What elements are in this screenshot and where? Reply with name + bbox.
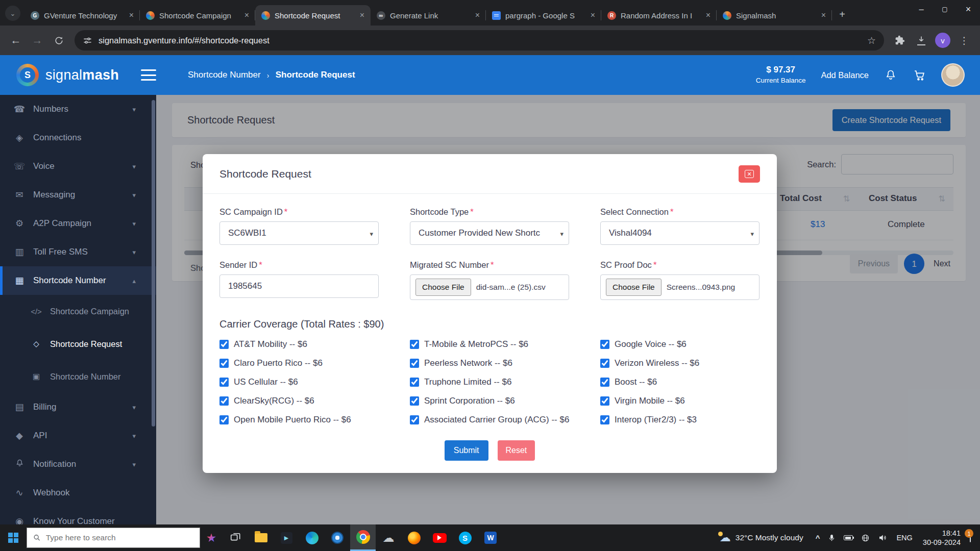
extensions-button[interactable] bbox=[890, 31, 910, 50]
carrier-checkbox[interactable] bbox=[219, 359, 229, 368]
carrier-checkbox[interactable] bbox=[410, 359, 419, 368]
tab-random-address[interactable]: R Random Address In I × bbox=[601, 5, 717, 26]
site-info-icon[interactable] bbox=[83, 36, 92, 45]
carrier-checkbox[interactable] bbox=[219, 378, 229, 387]
tab-close-icon[interactable]: × bbox=[474, 11, 481, 20]
notifications-button[interactable] bbox=[884, 68, 897, 82]
sidebar-item-shortcode-number[interactable]: ▦ Shortcode Number ▴ bbox=[0, 266, 156, 295]
lens-app-button[interactable] bbox=[325, 524, 350, 551]
cart-button[interactable] bbox=[913, 68, 926, 82]
tab-google-search[interactable]: pargraph - Google S × bbox=[486, 5, 601, 26]
carrier-checkbox-item[interactable]: Verizon Wireless -- $6 bbox=[600, 358, 760, 368]
taskbar-clock[interactable]: 18:41 30-09-2024 bbox=[918, 529, 966, 547]
volume-tray-icon[interactable] bbox=[874, 524, 891, 551]
url-text[interactable]: signalmash.gventure.info/#/shortcode-req… bbox=[99, 36, 861, 45]
new-tab-button[interactable]: + bbox=[834, 6, 850, 22]
add-balance-button[interactable]: Add Balance bbox=[821, 70, 869, 80]
file-explorer-button[interactable] bbox=[248, 524, 274, 551]
breadcrumb-parent[interactable]: Shortcode Number bbox=[188, 70, 261, 80]
carrier-checkbox[interactable] bbox=[410, 340, 419, 349]
word-button[interactable]: W bbox=[478, 524, 503, 551]
tab-signalmash[interactable]: Signalmash × bbox=[717, 5, 832, 26]
tray-overflow-button[interactable]: ^ bbox=[812, 524, 824, 551]
tab-close-icon[interactable]: × bbox=[359, 11, 365, 20]
window-minimize-button[interactable]: ─ bbox=[910, 0, 933, 18]
carrier-checkbox-item[interactable]: Peerless Network -- $6 bbox=[410, 358, 569, 368]
carrier-checkbox-item[interactable]: Google Voice -- $6 bbox=[600, 339, 760, 349]
address-bar[interactable]: signalmash.gventure.info/#/shortcode-req… bbox=[75, 30, 884, 51]
language-indicator[interactable]: ENG bbox=[891, 534, 917, 542]
choose-file-button[interactable]: Choose File bbox=[415, 279, 471, 296]
chrome-button-active[interactable] bbox=[350, 524, 376, 551]
carrier-checkbox-item[interactable]: Claro Puerto Rico -- $6 bbox=[219, 358, 379, 368]
carrier-checkbox[interactable] bbox=[600, 378, 609, 387]
carrier-checkbox[interactable] bbox=[600, 396, 609, 406]
sidebar-item-know-your-customer[interactable]: ◉ Know Your Customer bbox=[0, 507, 156, 524]
carrier-checkbox-item[interactable]: Truphone Limited -- $6 bbox=[410, 377, 569, 387]
tab-gventure[interactable]: G GVenture Technology × bbox=[24, 5, 140, 26]
sidebar-item-messaging[interactable]: ✉ Messaging ▾ bbox=[0, 181, 156, 209]
sidebar-toggle-button[interactable] bbox=[141, 69, 156, 81]
tab-close-icon[interactable]: × bbox=[820, 11, 827, 20]
window-maximize-button[interactable]: ▢ bbox=[933, 0, 957, 18]
tab-close-icon[interactable]: × bbox=[128, 11, 135, 20]
youtube-button[interactable] bbox=[427, 524, 452, 551]
tab-generate-link[interactable]: ∞ Generate Link × bbox=[371, 5, 486, 26]
sc-campaign-id-select[interactable]: SC6WBI1 ▾ bbox=[219, 221, 379, 245]
taskbar-search-box[interactable] bbox=[27, 528, 200, 548]
tab-shortcode-request-active[interactable]: Shortcode Request × bbox=[255, 5, 371, 26]
downloads-button[interactable] bbox=[912, 31, 931, 50]
carrier-checkbox[interactable] bbox=[600, 340, 609, 349]
browser-menu-button[interactable]: ⋮ bbox=[954, 31, 974, 50]
bookmark-star-icon[interactable]: ☆ bbox=[867, 35, 876, 46]
carrier-checkbox[interactable] bbox=[219, 396, 229, 406]
sidebar-item-connections[interactable]: ◈ Connections bbox=[0, 123, 156, 152]
browser-profile-button[interactable]: v bbox=[933, 31, 952, 50]
sidebar-item-webhook[interactable]: ∿ Webhook bbox=[0, 479, 156, 507]
onedrive-button[interactable]: ☁ bbox=[376, 524, 401, 551]
carrier-checkbox-item[interactable]: US Cellular -- $6 bbox=[219, 377, 379, 387]
carrier-checkbox[interactable] bbox=[219, 415, 229, 424]
carrier-checkbox-item[interactable]: ClearSky(RCG) -- $6 bbox=[219, 396, 379, 406]
carrier-checkbox[interactable] bbox=[600, 415, 609, 424]
sidebar-item-notification[interactable]: Notification ▾ bbox=[0, 450, 156, 479]
user-avatar[interactable] bbox=[941, 63, 965, 87]
tab-search-button[interactable]: ⌄ bbox=[5, 6, 20, 21]
back-button[interactable]: ← bbox=[6, 31, 26, 50]
sc-proof-doc-file-input[interactable]: Choose File Screens...0943.png bbox=[600, 274, 760, 300]
task-view-button[interactable] bbox=[223, 524, 248, 551]
network-tray-icon[interactable] bbox=[857, 524, 874, 551]
carrier-checkbox-item[interactable]: Sprint Corporation -- $6 bbox=[410, 396, 569, 406]
sidebar-subitem-shortcode-number[interactable]: ▣ Shortcode Number bbox=[0, 360, 156, 393]
action-center-button[interactable]: 1 bbox=[970, 533, 971, 542]
submit-button[interactable]: Submit bbox=[445, 440, 488, 461]
skype-button[interactable]: S bbox=[452, 524, 478, 551]
battery-tray-icon[interactable] bbox=[840, 524, 857, 551]
sidebar-item-a2p-campaign[interactable]: ⚙ A2P Campaign ▾ bbox=[0, 209, 156, 238]
tab-shortcode-campaign[interactable]: Shortcode Campaign × bbox=[140, 5, 255, 26]
carrier-checkbox-item[interactable]: Open Mobile Puerto Rico -- $6 bbox=[219, 415, 379, 425]
carrier-checkbox-item[interactable]: Boost -- $6 bbox=[600, 377, 760, 387]
taskbar-search-input[interactable] bbox=[46, 533, 193, 542]
shortcode-type-select[interactable]: Customer Provided New Shortc ▾ bbox=[410, 221, 569, 245]
carrier-checkbox-item[interactable]: AT&T Mobility -- $6 bbox=[219, 339, 379, 349]
sidebar-subitem-shortcode-campaign[interactable]: </> Shortcode Campaign bbox=[0, 295, 156, 328]
window-close-button[interactable]: × bbox=[957, 0, 980, 18]
carrier-checkbox-item[interactable]: T-Mobile & MetroPCS -- $6 bbox=[410, 339, 569, 349]
forward-button[interactable]: → bbox=[28, 31, 47, 50]
reset-button[interactable]: Reset bbox=[498, 440, 535, 461]
copilot-button[interactable]: ★ bbox=[200, 524, 223, 551]
weather-widget[interactable]: ☁ 32°C Mostly cloudy bbox=[712, 524, 812, 551]
carrier-checkbox-item[interactable]: Interop (Tier2/3) -- $3 bbox=[600, 415, 760, 425]
start-button[interactable] bbox=[0, 524, 27, 551]
sidebar-scrollbar[interactable] bbox=[152, 100, 155, 427]
migrated-sc-number-file-input[interactable]: Choose File did-sam...e (25).csv bbox=[410, 274, 569, 300]
choose-file-button[interactable]: Choose File bbox=[606, 279, 662, 296]
firefox-button[interactable] bbox=[401, 524, 427, 551]
sidebar-item-numbers[interactable]: ☎ Numbers ▾ bbox=[0, 95, 156, 123]
tab-close-icon[interactable]: × bbox=[243, 11, 250, 20]
media-app-button[interactable]: ▶ bbox=[274, 524, 299, 551]
carrier-checkbox[interactable] bbox=[410, 415, 419, 424]
carrier-checkbox[interactable] bbox=[600, 359, 609, 368]
tab-close-icon[interactable]: × bbox=[705, 11, 712, 20]
